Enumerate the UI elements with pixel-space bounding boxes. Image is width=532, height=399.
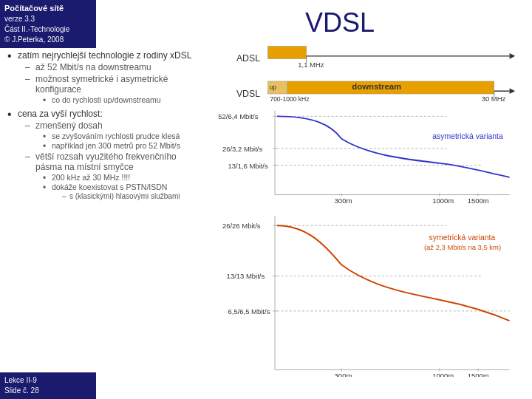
freq1-label: 1,1 MHz — [298, 61, 324, 69]
asym-speed3: 13/1,6 Mbit/s — [228, 162, 268, 170]
svg-marker-5 — [510, 88, 516, 94]
slide-label: Slide č. 28 — [4, 386, 92, 396]
dist1-sym: 300m — [335, 372, 352, 377]
sym-speed2: 13/13 Mbit/s — [227, 272, 265, 280]
sym-variant-sublabel: (až 2,3 Mbit/s na 3,5 km) — [424, 243, 501, 251]
left-content-area: zatím nejrychlejší technologie z rodiny … — [0, 44, 207, 211]
sym-speed1: 26/26 Mbit/s — [222, 222, 261, 230]
header-info-box: Počítačové sítě verze 3.3 Část II.-Techn… — [0, 0, 96, 48]
sub-sub-list-item: se zvyšováním rychlosti prudce klesá — [43, 132, 200, 140]
list-item: zatím nejrychlejší technologie z rodiny … — [7, 50, 200, 104]
sub1-1-text: až 52 Mbit/s na downstreamu — [35, 62, 151, 72]
up-label: up — [269, 83, 276, 91]
sym-variant-label: symetrická varianta — [429, 233, 496, 242]
lecture-label: Lekce II-9 — [4, 375, 92, 386]
freq2-label: 700-1000 kHz — [270, 95, 309, 103]
bullet1-text: zatím nejrychlejší technologie z rodiny … — [18, 50, 191, 61]
freq3-label: 30 MHz — [482, 95, 506, 103]
bullet2-text: cena za vyší rychlost: — [18, 109, 103, 119]
list-item: cena za vyší rychlost: zmenšený dosah se… — [7, 109, 200, 200]
diagram-svg: ADSL 1,1 MHz VDSL up downstream 700-1000… — [207, 41, 532, 377]
version-label: verze 3.3 — [4, 14, 92, 24]
vdsl-label: VDSL — [236, 89, 260, 99]
sub-list-item: možnost symetrické i asymetrické konfigu… — [25, 74, 200, 104]
sym-speed3: 6,5/6,5 Mbit/s — [228, 307, 270, 316]
downstream-label: downstream — [352, 82, 401, 91]
slide-info-box: Lekce II-9 Slide č. 28 — [0, 372, 96, 399]
diagram-area: ADSL 1,1 MHz VDSL up downstream 700-1000… — [207, 41, 532, 377]
svg-marker-1 — [510, 53, 516, 59]
sub-sub-list-item: 200 kHz až 30 MHz !!!! — [43, 173, 200, 182]
dist2-asym: 1000m — [432, 197, 454, 205]
dist1-asym: 300m — [335, 197, 352, 205]
sub1-2-text: možnost symetrické i asymetrické konfigu… — [35, 74, 168, 95]
sub-sub-list-item: co do rychlosti up/downstreamu — [43, 95, 200, 104]
dist2-sym: 1000m — [432, 372, 454, 377]
app-title: Počítačové sítě — [4, 3, 92, 14]
dist3-sym: 1500m — [468, 372, 489, 377]
asym-variant-label: asymetrická varianta — [432, 132, 503, 140]
dist3-asym: 1500m — [468, 197, 489, 205]
sub-sub-list-item: dokáže koexistovat s PSTN/ISDN s (klasic… — [43, 183, 200, 200]
svg-rect-2 — [268, 47, 307, 59]
sub-list-item: zmenšený dosah se zvyšováním rychlosti p… — [25, 120, 200, 150]
adsl-label: ADSL — [236, 53, 260, 64]
asym-speed1: 52/6,4 Mbit/s — [218, 112, 258, 120]
page-title: VDSL — [148, 7, 532, 38]
sub-sub-sub-list-item: s (klasickými) hlasovými službami — [62, 192, 200, 200]
asym-speed2: 26/3,2 Mbit/s — [222, 145, 262, 153]
part-label: Část II.-Technologie — [4, 24, 92, 35]
sub-list-item: až 52 Mbit/s na downstreamu — [25, 62, 200, 72]
sub-sub-list-item: například jen 300 metrů pro 52 Mbit/s — [43, 141, 200, 150]
sub-list-item: větší rozsah využitého frekvenčního pásm… — [25, 151, 200, 200]
